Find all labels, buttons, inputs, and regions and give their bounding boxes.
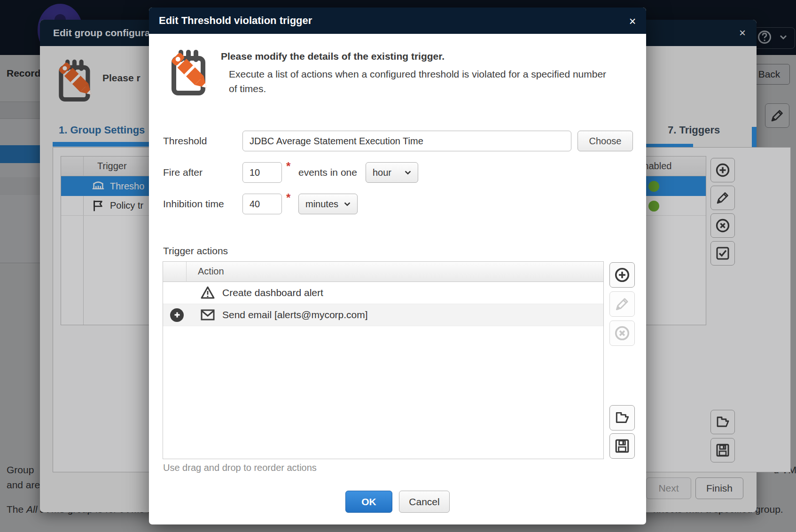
threshold-input[interactable] xyxy=(242,131,571,151)
drag-drop-hint: Use drag and drop to reorder actions xyxy=(163,462,317,473)
copy-actions-button[interactable] xyxy=(609,405,635,430)
delete-action-button[interactable] xyxy=(609,321,635,346)
inhibition-input[interactable] xyxy=(242,194,282,214)
action-row-send-email[interactable]: Send email [alerts@mycorp.com] xyxy=(163,304,603,326)
action-row-label: Create dashboard alert xyxy=(222,287,323,298)
inhibition-label: Inhibition time xyxy=(163,198,224,210)
edit-note-icon xyxy=(167,49,214,96)
inhibition-unit-select[interactable]: minutes xyxy=(298,194,358,214)
choose-button[interactable]: Choose xyxy=(577,131,633,151)
trigger-actions-title: Trigger actions xyxy=(163,245,228,257)
action-row-label: Send email [alerts@mycorp.com] xyxy=(222,309,368,321)
required-marker: * xyxy=(286,191,290,204)
cancel-button[interactable]: Cancel xyxy=(399,491,450,513)
modal-close-icon[interactable]: × xyxy=(624,12,641,30)
fire-after-input[interactable] xyxy=(242,162,282,183)
circle-x-icon xyxy=(614,325,630,341)
pencil-icon xyxy=(614,296,630,312)
period-select[interactable]: hour xyxy=(366,162,418,183)
folder-icon xyxy=(614,410,630,426)
ok-button[interactable]: OK xyxy=(345,491,392,513)
fire-after-label: Fire after xyxy=(163,167,203,178)
events-suffix-label: events in one xyxy=(298,167,357,178)
edit-threshold-violation-trigger-dialog: Edit Threshold violation trigger × Pleas… xyxy=(149,8,646,524)
modal-heading: Please modify the details of the existin… xyxy=(221,51,445,62)
chevron-down-icon xyxy=(404,168,412,177)
add-action-button[interactable] xyxy=(609,262,635,288)
action-row-dashboard-alert[interactable]: Create dashboard alert xyxy=(163,282,603,304)
modal-titlebar: Edit Threshold violation trigger xyxy=(149,8,646,34)
actions-table-header xyxy=(163,262,603,282)
modal-title: Edit Threshold violation trigger xyxy=(159,15,312,27)
actions-table: Action Create dashboard alert Send email… xyxy=(163,261,604,459)
required-marker: * xyxy=(286,160,290,173)
action-column-header: Action xyxy=(198,266,224,277)
threshold-label: Threshold xyxy=(163,135,207,147)
actions-table-divider xyxy=(186,262,187,282)
modal-description: Execute a list of actions when a configu… xyxy=(229,67,613,96)
circle-plus-icon xyxy=(614,267,630,283)
floppy-icon xyxy=(614,438,630,454)
mail-icon xyxy=(200,307,215,322)
chevron-down-icon xyxy=(343,200,351,208)
edit-action-button[interactable] xyxy=(609,291,635,317)
drag-plus-badge[interactable] xyxy=(170,308,184,322)
inhibition-unit-value: minutes xyxy=(305,199,338,210)
period-value: hour xyxy=(373,167,391,178)
save-actions-button[interactable] xyxy=(609,433,635,459)
warning-icon xyxy=(200,285,215,300)
